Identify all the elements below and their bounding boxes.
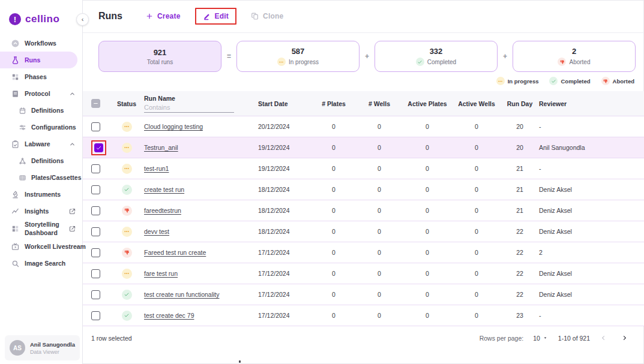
run-day-cell: 23: [516, 312, 523, 319]
run-name-link[interactable]: Testrun_anil: [144, 144, 258, 151]
sidebar-item-instruments[interactable]: Instruments: [0, 186, 82, 203]
run-day-cell: 21: [516, 186, 523, 193]
rows-per-page-select[interactable]: 10: [533, 335, 549, 342]
table-row[interactable]: Cloud logging testing20/12/2024000020-: [83, 116, 644, 137]
sidebar-item-phases[interactable]: Phases: [0, 68, 82, 85]
sidebar-item-runs[interactable]: Runs: [0, 52, 77, 68]
wells-cell: 0: [378, 123, 381, 130]
sidebar-item-storytelling-dashboard[interactable]: Storytelling Dashboard: [0, 219, 82, 238]
sidebar-item-insights[interactable]: Insights: [0, 203, 82, 219]
run-day-cell: 20: [516, 144, 523, 151]
column-header-active-wells: Active Wells: [458, 100, 495, 107]
plates-cell: 0: [332, 186, 336, 193]
sidebar-item-workflows[interactable]: Workflows: [0, 35, 82, 52]
next-page-button[interactable]: [621, 334, 628, 342]
status-in-progress-icon: [122, 227, 132, 237]
clone-button[interactable]: Clone: [251, 12, 283, 20]
run-name-link[interactable]: devv test: [144, 228, 258, 235]
run-name-link[interactable]: fare test run: [144, 270, 258, 277]
status-in-progress-icon: [122, 122, 132, 132]
stats-cards: 921Total runs=587In progress+332Complete…: [83, 33, 644, 72]
start-date-cell: 20/12/2024: [258, 123, 311, 130]
calendar-icon: [19, 107, 26, 115]
stat-card-total-runs[interactable]: 921Total runs: [98, 41, 221, 72]
reviewer-cell: Deniz Aksel: [539, 270, 644, 277]
status-aborted-icon: [122, 248, 132, 258]
check-icon: [551, 79, 556, 84]
row-checkbox[interactable]: [94, 143, 103, 152]
selected-rows-text: 1 row selected: [91, 335, 132, 342]
run-name-link[interactable]: test create dec 79: [144, 312, 258, 319]
stat-card-in-progress[interactable]: 587In progress: [236, 41, 360, 72]
run-day-cell: 22: [516, 291, 523, 298]
run-name-link[interactable]: test-run1: [144, 165, 258, 172]
status-completed-icon: [122, 311, 132, 321]
protocol-icon: [11, 89, 20, 98]
row-checkbox[interactable]: [91, 248, 100, 257]
checkbox-annotation-box: [91, 140, 106, 155]
row-checkbox[interactable]: [91, 185, 100, 194]
row-checkbox[interactable]: [91, 311, 100, 320]
reviewer-cell: Deniz Aksel: [539, 186, 644, 193]
edit-annotation-box: Edit: [195, 8, 236, 25]
active-wells-cell: 0: [475, 144, 478, 151]
row-checkbox[interactable]: [91, 227, 100, 236]
previous-page-button[interactable]: [600, 334, 607, 342]
thumb-down-icon: [559, 59, 565, 65]
table-row[interactable]: fare test run17/12/2024000022Deniz Aksel: [83, 263, 644, 284]
row-checkbox[interactable]: [91, 122, 100, 131]
table-row[interactable]: Testrun_anil19/12/2024000020Anil Sanugon…: [83, 137, 644, 158]
check-icon: [124, 312, 130, 318]
table-row[interactable]: devv test18/12/2024000022Deniz Aksel: [83, 221, 644, 242]
dots-icon: [124, 166, 130, 172]
run-name-link[interactable]: Fareed test run create: [144, 249, 258, 256]
brand-logo: ! cellino: [0, 0, 82, 34]
create-button[interactable]: Create: [145, 12, 181, 20]
run-name-link[interactable]: test create run functionality: [144, 291, 258, 298]
active-wells-cell: 0: [475, 270, 478, 277]
run-name-link[interactable]: fareedtestrun: [144, 207, 258, 214]
active-plates-cell: 0: [426, 270, 429, 277]
run-name-filter-input[interactable]: [144, 103, 234, 113]
stat-card-aborted[interactable]: 2Aborted: [513, 41, 636, 72]
plates-cell: 0: [332, 249, 336, 256]
topbar: Runs Create Edit Clone: [83, 0, 644, 33]
table-row[interactable]: create test run18/12/2024000021Deniz Aks…: [83, 179, 644, 200]
row-checkbox[interactable]: [91, 206, 100, 215]
reviewer-cell: Deniz Aksel: [539, 228, 644, 235]
wells-cell: 0: [378, 249, 381, 256]
table-row[interactable]: fareedtestrun18/12/2024000021Deniz Aksel: [83, 200, 644, 221]
select-all-checkbox[interactable]: [91, 99, 100, 108]
wells-cell: 0: [378, 291, 381, 298]
sidebar-item-workcell-livestream[interactable]: Workcell Livestream: [0, 238, 82, 255]
row-checkbox[interactable]: [91, 290, 100, 299]
row-checkbox[interactable]: [91, 164, 100, 173]
active-plates-cell: 0: [426, 228, 429, 235]
table-row[interactable]: test create dec 7917/12/2024000023-: [83, 305, 644, 326]
reviewer-cell: 2: [539, 249, 644, 256]
runs-table: StatusRun NameStart Date# Plates# WellsA…: [83, 91, 644, 342]
sidebar-collapse-button[interactable]: ‹: [76, 13, 89, 26]
table-row[interactable]: Fareed test run create17/12/20240000222: [83, 242, 644, 263]
table-row[interactable]: test-run119/12/2024000021-: [83, 158, 644, 179]
edit-button[interactable]: Edit: [203, 12, 229, 20]
dots-icon: [124, 145, 130, 151]
sidebar-item-definitions[interactable]: Definitions: [0, 152, 82, 169]
dots-icon: [498, 79, 503, 84]
table-row[interactable]: test create run functionality17/12/20240…: [83, 284, 644, 305]
sidebar-item-image-search[interactable]: Image Search: [0, 255, 82, 272]
sidebar-item-configurations[interactable]: Configurations: [0, 119, 82, 136]
active-plates-cell: 0: [426, 207, 429, 214]
stat-card-completed[interactable]: 332Completed: [375, 41, 498, 72]
sidebar-item-definitions[interactable]: Definitions: [0, 102, 82, 119]
active-wells-cell: 0: [475, 165, 478, 172]
sidebar-item-plates-cassettes[interactable]: Plates/Cassettes: [0, 169, 82, 186]
sidebar-item-protocol[interactable]: Protocol: [0, 85, 82, 102]
row-checkbox[interactable]: [91, 269, 100, 278]
user-name: Anil Sanugondla: [30, 341, 75, 348]
grid-icon: [19, 174, 26, 182]
run-name-link[interactable]: create test run: [144, 186, 258, 193]
user-card[interactable]: AS Anil Sanugondla Data Viewer: [5, 335, 80, 360]
run-name-link[interactable]: Cloud logging testing: [144, 123, 258, 130]
sidebar-item-labware[interactable]: Labware: [0, 136, 82, 152]
